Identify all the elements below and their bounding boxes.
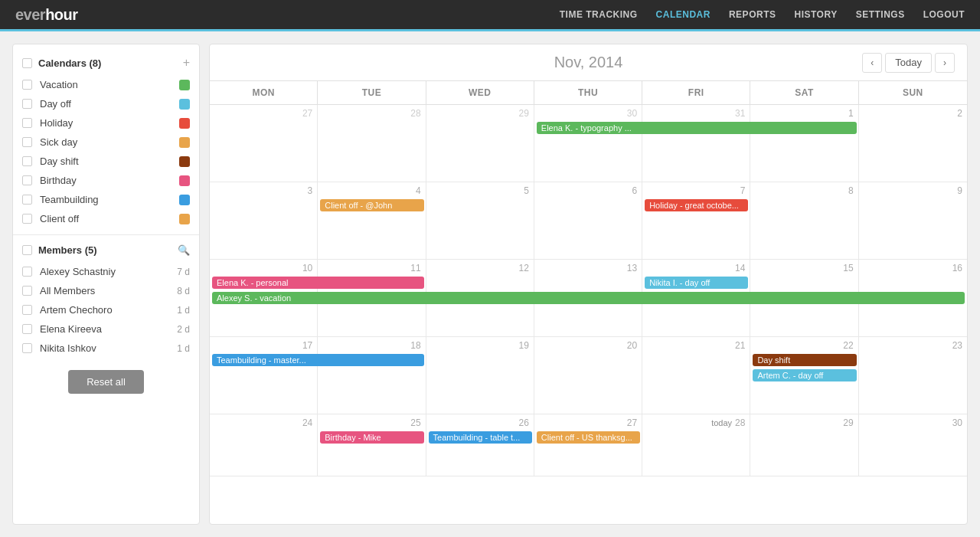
day-cell-w1-d5[interactable]: 8	[750, 182, 858, 259]
sickday-checkbox[interactable]	[22, 137, 32, 147]
calendars-all-checkbox[interactable]	[22, 58, 32, 68]
sidebar-item-sickday[interactable]: Sick day	[13, 133, 199, 152]
event-bar-w2-e1[interactable]: Alexey S. - vacation	[212, 292, 965, 304]
sidebar-member-nikita[interactable]: Nikita Ishkov 1 d	[13, 339, 199, 358]
event-bar-w2-e0[interactable]: Elena K. - personal	[212, 277, 424, 289]
day-cell-w1-d2[interactable]: 5	[426, 182, 534, 259]
sidebar-member-alexey[interactable]: Alexey Schastniy 7 d	[13, 262, 199, 281]
day-cell-w3-d3[interactable]: 20	[534, 337, 642, 414]
elena-days: 2 d	[177, 324, 190, 335]
day-cell-w3-d4[interactable]: 21	[642, 337, 750, 414]
day-cell-w1-d3[interactable]: 6	[534, 182, 642, 259]
dayoff-checkbox[interactable]	[22, 99, 32, 109]
day-cell-w1-d0[interactable]: 3	[210, 182, 318, 259]
day-header-sat: Sat	[750, 81, 858, 105]
sidebar-member-elena[interactable]: Elena Kireeva 2 d	[13, 319, 199, 339]
clientoff-label: Client off	[40, 213, 172, 224]
vacation-color	[179, 80, 190, 90]
day-cell-w4-d2[interactable]: 26	[426, 414, 534, 476]
event-bar-w1-e1[interactable]: Holiday - great octobe...	[645, 199, 748, 211]
nav-time-tracking[interactable]: TIME TRACKING	[560, 9, 638, 20]
add-calendar-button[interactable]: +	[183, 57, 190, 69]
day-cell-w0-d4[interactable]: 31	[642, 105, 750, 182]
day-num-w2-d0: 10	[302, 263, 312, 273]
main-nav: TIME TRACKING CALENDAR REPORTS HISTORY S…	[560, 9, 965, 20]
nikita-label: Nikita Ishkov	[40, 342, 169, 354]
sidebar-member-all[interactable]: All Members 8 d	[13, 281, 199, 300]
sidebar-item-teambuilding[interactable]: Teambuilding	[13, 190, 199, 209]
week-1: 3456789Client off - @JohnHoliday - great…	[210, 182, 967, 260]
all-members-checkbox[interactable]	[22, 286, 32, 296]
event-bar-w0-e0[interactable]: Elena K. - typography ...	[537, 122, 857, 134]
event-bar-w3-e1[interactable]: Day shift	[753, 354, 856, 366]
event-bar-w4-e2[interactable]: Client off - US thanksg...	[537, 431, 640, 444]
vacation-checkbox[interactable]	[22, 80, 32, 90]
calendar-nav-buttons: ‹ Today ›	[862, 53, 955, 73]
reset-all-button[interactable]: Reset all	[68, 370, 144, 394]
day-cell-w4-d6[interactable]: 30	[859, 414, 967, 476]
day-cell-w4-d5[interactable]: 29	[750, 414, 858, 476]
day-cell-w0-d5[interactable]: 1	[750, 105, 858, 182]
day-cell-w0-d3[interactable]: 30	[534, 105, 642, 182]
nikita-checkbox[interactable]	[22, 343, 32, 353]
day-cell-w1-d6[interactable]: 9	[859, 182, 967, 259]
nav-history[interactable]: HISTORY	[794, 9, 837, 20]
clientoff-checkbox[interactable]	[22, 214, 32, 224]
day-cell-w4-d3[interactable]: 27	[534, 414, 642, 476]
prev-month-button[interactable]: ‹	[862, 53, 882, 73]
sidebar-member-artem[interactable]: Artem Chechoro 1 d	[13, 300, 199, 319]
day-cell-w3-d1[interactable]: 18	[318, 337, 426, 414]
day-num-w4-d3: 27	[627, 417, 637, 428]
day-header-fri: Fri	[642, 81, 750, 105]
birthday-label: Birthday	[40, 175, 172, 186]
day-cell-w4-d1[interactable]: 25	[318, 414, 426, 476]
day-num-w3-d2: 19	[518, 340, 528, 351]
nav-calendar[interactable]: CALENDAR	[656, 9, 710, 20]
teambuilding-checkbox[interactable]	[22, 195, 32, 205]
day-cell-w0-d1[interactable]: 28	[318, 105, 426, 182]
calendar-panel: Nov, 2014 ‹ Today › Mon Tue Wed Thu Fri …	[209, 44, 968, 525]
nav-reports[interactable]: REPORTS	[729, 9, 776, 20]
week-4-days: 24252627today282930	[210, 414, 967, 476]
members-header-left: Members (5)	[22, 244, 97, 256]
day-cell-w3-d2[interactable]: 19	[426, 337, 534, 414]
sidebar-item-dayshift[interactable]: Day shift	[13, 152, 199, 171]
day-cell-w0-d0[interactable]: 27	[210, 105, 318, 182]
logo-ever: ever	[15, 6, 45, 23]
alexey-checkbox[interactable]	[22, 267, 32, 277]
birthday-checkbox[interactable]	[22, 175, 32, 185]
day-cell-w1-d4[interactable]: 7	[642, 182, 750, 259]
event-bar-w3-e2[interactable]: Artem C. - day off	[753, 369, 856, 381]
artem-checkbox[interactable]	[22, 305, 32, 315]
day-cell-w3-d6[interactable]: 23	[859, 337, 967, 414]
dayshift-checkbox[interactable]	[22, 156, 32, 166]
event-bar-w3-e0[interactable]: Teambuilding - master...	[212, 354, 424, 366]
day-num-w2-d2: 12	[518, 263, 528, 273]
event-bar-w2-e2[interactable]: Nikita I. - day off	[645, 277, 748, 289]
day-cell-w0-d2[interactable]: 29	[426, 105, 534, 182]
members-all-checkbox[interactable]	[22, 245, 32, 255]
event-bar-w4-e1[interactable]: Teambuilding - table t...	[429, 431, 532, 444]
next-month-button[interactable]: ›	[935, 53, 955, 73]
today-button[interactable]: Today	[885, 53, 932, 73]
sidebar-item-holiday[interactable]: Holiday	[13, 113, 199, 133]
nav-logout[interactable]: LOGOUT	[923, 9, 965, 20]
elena-label: Elena Kireeva	[40, 323, 169, 335]
holiday-checkbox[interactable]	[22, 118, 32, 128]
day-cell-w1-d1[interactable]: 4	[318, 182, 426, 259]
day-num-w3-d5: 22	[843, 340, 853, 351]
sidebar-item-birthday[interactable]: Birthday	[13, 171, 199, 190]
day-cell-w3-d0[interactable]: 17	[210, 337, 318, 414]
sidebar-item-clientoff[interactable]: Client off	[13, 209, 199, 228]
day-cell-w4-d4[interactable]: today28	[642, 414, 750, 476]
nav-settings[interactable]: SETTINGS	[856, 9, 905, 20]
day-cell-w0-d6[interactable]: 2	[859, 105, 967, 182]
event-bar-w4-e0[interactable]: Birthday - Mike	[320, 431, 423, 444]
day-cell-w4-d0[interactable]: 24	[210, 414, 318, 476]
day-header-tue: Tue	[318, 81, 426, 105]
elena-checkbox[interactable]	[22, 324, 32, 334]
sidebar-item-vacation[interactable]: Vacation	[13, 75, 199, 94]
event-bar-w1-e0[interactable]: Client off - @John	[320, 199, 423, 211]
members-search-icon[interactable]: 🔍	[178, 244, 190, 256]
sidebar-item-dayoff[interactable]: Day off	[13, 94, 199, 113]
